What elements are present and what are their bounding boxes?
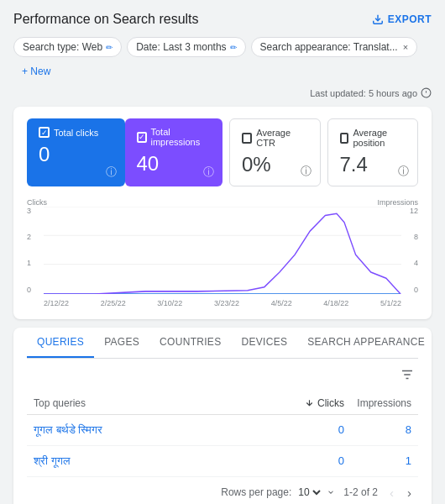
table-row: श्री गूगल 0 1 — [27, 446, 418, 477]
chart-right-axis-title: Impressions — [377, 198, 418, 207]
query-text-1[interactable]: गूगल बर्थडे स्मिगर — [34, 423, 269, 437]
average-position-checkbox[interactable] — [340, 133, 349, 144]
page-range: 1-2 of 2 — [343, 486, 378, 498]
filter-search-type[interactable]: Search type: Web ✏ — [13, 37, 122, 57]
filter-icon — [400, 367, 415, 382]
table-filter-row — [27, 365, 418, 387]
total-impressions-checkbox[interactable] — [137, 132, 147, 143]
impressions-value-1: 8 — [344, 423, 411, 436]
chart-svg-container — [44, 207, 401, 294]
average-position-value: 7.4 — [340, 153, 406, 177]
metric-average-position-label: Average position — [340, 128, 406, 148]
filter-search-appearance[interactable]: Search appearance: Translat... × — [251, 37, 418, 57]
rows-per-page-select[interactable]: 10 25 50 — [295, 486, 323, 499]
chart-svg — [44, 207, 401, 294]
total-clicks-checkbox[interactable] — [39, 127, 50, 138]
last-updated-row: Last updated: 5 hours ago — [13, 87, 432, 98]
chart-x-labels: 2/12/22 2/25/22 3/10/22 3/23/22 4/5/22 4… — [44, 299, 401, 307]
page-header: Performance on Search results EXPORT — [13, 12, 432, 27]
table-row: गूगल बर्थडे स्मिगर 0 8 — [27, 415, 418, 446]
info-icon — [421, 87, 432, 98]
total-impressions-info-icon: ⓘ — [203, 165, 214, 180]
export-button[interactable]: EXPORT — [372, 13, 432, 25]
chart-left-axis-title: Clicks — [27, 198, 47, 207]
filter-date-edit-icon: ✏ — [230, 43, 237, 52]
next-page-button[interactable]: › — [404, 484, 415, 501]
metric-average-ctr-label: Average CTR — [242, 128, 308, 148]
total-clicks-value: 0 — [39, 143, 113, 167]
metric-total-impressions[interactable]: Total impressions 40 ⓘ — [125, 118, 223, 186]
average-ctr-info-icon: ⓘ — [301, 164, 312, 179]
chart-area: Clicks Impressions 3 2 1 0 12 8 4 0 — [27, 198, 418, 307]
metric-average-ctr[interactable]: Average CTR 0% ⓘ — [229, 118, 321, 186]
metric-average-position[interactable]: Average position 7.4 ⓘ — [327, 118, 419, 186]
query-text-2[interactable]: श्री गूगल — [34, 454, 269, 468]
average-position-info-icon: ⓘ — [398, 164, 409, 179]
filter-search-appearance-label: Search appearance: Translat... — [260, 41, 398, 53]
rows-per-page: Rows per page: 10 25 50 — [221, 486, 335, 499]
export-icon — [372, 13, 384, 25]
rows-dropdown-icon — [327, 488, 335, 496]
filter-search-appearance-close-icon[interactable]: × — [403, 42, 408, 52]
sort-down-icon — [305, 398, 314, 407]
tab-pages[interactable]: PAGES — [94, 328, 149, 358]
tab-queries[interactable]: QUERIES — [27, 328, 94, 358]
filter-search-type-label: Search type: Web — [23, 41, 102, 53]
chart-left-axis: 3 2 1 0 — [27, 207, 42, 294]
last-updated-text: Last updated: 5 hours ago — [310, 88, 417, 98]
total-clicks-info-icon: ⓘ — [106, 165, 117, 180]
impressions-line — [44, 213, 400, 294]
impressions-value-2: 1 — [344, 454, 411, 467]
filter-date-range[interactable]: Date: Last 3 months ✏ — [127, 37, 245, 57]
metric-total-impressions-label: Total impressions — [137, 127, 212, 147]
col-header-query: Top queries — [34, 397, 269, 409]
tab-countries[interactable]: COUNTRIES — [149, 328, 231, 358]
filter-date-range-label: Date: Last 3 months — [136, 41, 226, 53]
metrics-chart-card: Total clicks 0 ⓘ Total impressions 40 ⓘ … — [13, 107, 432, 319]
prev-page-button[interactable]: ‹ — [386, 484, 397, 501]
table-filter-button[interactable] — [400, 367, 415, 386]
filters-row: Search type: Web ✏ Date: Last 3 months ✏… — [13, 37, 432, 81]
clicks-value-1: 0 — [269, 423, 344, 436]
col-header-clicks[interactable]: Clicks — [269, 397, 344, 409]
average-ctr-checkbox[interactable] — [242, 133, 252, 144]
metric-total-clicks[interactable]: Total clicks 0 ⓘ — [27, 118, 125, 186]
new-filter-button[interactable]: + New — [13, 62, 59, 81]
total-impressions-value: 40 — [137, 152, 212, 176]
clicks-value-2: 0 — [269, 454, 344, 467]
metric-total-clicks-label: Total clicks — [39, 127, 113, 138]
tab-dates[interactable]: DATES — [435, 328, 445, 358]
metrics-row: Total clicks 0 ⓘ Total impressions 40 ⓘ … — [27, 118, 418, 186]
filter-search-type-edit-icon: ✏ — [106, 43, 113, 52]
tab-search-appearance[interactable]: SEARCH APPEARANCE — [297, 328, 435, 358]
tabs-row: QUERIES PAGES COUNTRIES DEVICES SEARCH A… — [27, 328, 418, 359]
table-card: QUERIES PAGES COUNTRIES DEVICES SEARCH A… — [13, 328, 432, 504]
pagination-row: Rows per page: 10 25 50 1-2 of 2 ‹ › — [27, 477, 418, 503]
col-header-impressions: Impressions — [344, 397, 411, 409]
rows-per-page-label: Rows per page: — [221, 486, 291, 498]
tab-devices[interactable]: DEVICES — [231, 328, 297, 358]
page-container: Performance on Search results EXPORT Sea… — [0, 0, 445, 504]
average-ctr-value: 0% — [242, 153, 308, 177]
page-navigation: ‹ › — [386, 484, 415, 501]
table-header: Top queries Clicks Impressions — [27, 392, 418, 415]
page-title: Performance on Search results — [13, 12, 199, 27]
chart-right-axis: 12 8 4 0 — [403, 207, 418, 294]
